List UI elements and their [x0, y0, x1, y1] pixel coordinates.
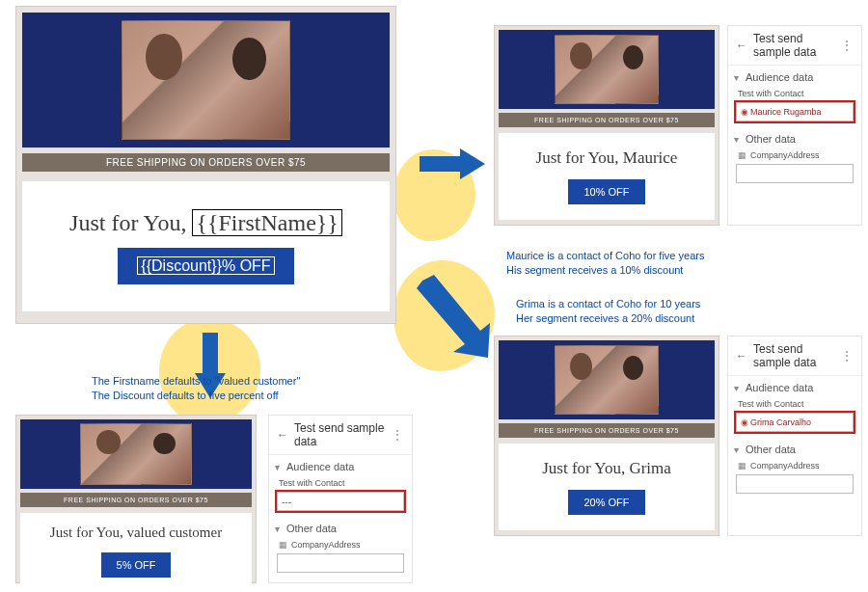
more-icon[interactable]: ⋮ [392, 428, 404, 442]
discount-token: {{Discount}}% OFF [137, 256, 274, 275]
back-icon[interactable]: ← [736, 39, 747, 52]
email-body: Just for You, valued customer 5% OFF [20, 513, 252, 589]
hero-photo [80, 423, 191, 484]
discount-cta[interactable]: 5% OFF [101, 552, 172, 578]
company-address-input[interactable] [736, 474, 854, 494]
person-icon: ◉ [741, 417, 748, 427]
hero-banner [499, 30, 715, 109]
audience-section[interactable]: ▾ Audience data [728, 66, 861, 85]
chevron-down-icon: ▾ [734, 383, 739, 393]
more-icon[interactable]: ⋮ [841, 39, 854, 52]
decor-blob [393, 149, 475, 241]
decor-blob [159, 318, 260, 424]
building-icon: ▦ [738, 461, 746, 471]
email-body: Just for You, Maurice 10% OFF [499, 133, 715, 220]
hero-banner [22, 13, 390, 148]
discount-cta[interactable]: 10% OFF [568, 179, 644, 204]
panel-title: Test send sample data [753, 32, 835, 59]
test-with-contact-input[interactable]: ◉ Maurice Rugamba [736, 102, 854, 121]
other-section[interactable]: ▾ Other data [269, 517, 412, 536]
discount-cta[interactable]: {{Discount}}% OFF [118, 248, 293, 284]
test-send-panel-maurice: ← Test send sample data ⋮ ▾ Audience dat… [727, 25, 862, 226]
headline: Just for You, valued customer [24, 525, 248, 541]
other-section[interactable]: ▾ Other data [728, 127, 861, 147]
preview-card-maurice: FREE SHIPPING ON ORDERS OVER $75 Just fo… [494, 25, 719, 226]
more-icon[interactable]: ⋮ [841, 349, 854, 363]
decor-blob [393, 260, 495, 371]
chevron-down-icon: ▾ [734, 72, 739, 83]
company-address-label: ▦ CompanyAddress [269, 536, 412, 552]
discount-cta[interactable]: 20% OFF [568, 490, 644, 515]
firstname-token[interactable]: {{FirstName}} [192, 209, 341, 236]
test-send-panel-default: ← Test send sample data ⋮ ▾ Audience dat… [268, 415, 413, 583]
panel-header: ← Test send sample data ⋮ [269, 416, 412, 455]
preview-card-grima: FREE SHIPPING ON ORDERS OVER $75 Just fo… [494, 336, 719, 536]
chevron-down-icon: ▾ [734, 134, 739, 145]
company-address-label: ▦ CompanyAddress [728, 457, 861, 472]
person-icon: ◉ [741, 107, 748, 117]
hero-banner [20, 419, 252, 489]
other-section[interactable]: ▾ Other data [728, 438, 861, 457]
email-body: Just for You, Grima 20% OFF [499, 444, 715, 530]
chevron-down-icon: ▾ [275, 524, 280, 534]
panel-header: ← Test send sample data ⋮ [728, 336, 861, 376]
building-icon: ▦ [279, 540, 287, 550]
headline: Just for You, {{FirstName}} [26, 210, 386, 236]
hero-photo [122, 20, 290, 139]
test-with-contact-input[interactable]: --- [277, 492, 404, 511]
contact-chip[interactable]: ◉ Maurice Rugamba [741, 107, 822, 117]
shipping-bar: FREE SHIPPING ON ORDERS OVER $75 [22, 153, 390, 172]
shipping-bar: FREE SHIPPING ON ORDERS OVER $75 [20, 493, 252, 507]
company-address-label: ▦ CompanyAddress [728, 147, 861, 162]
audience-section[interactable]: ▾ Audience data [728, 376, 861, 395]
caption-default: The Firstname defaults to "valued custom… [92, 374, 313, 403]
headline: Just for You, Grima [502, 459, 711, 478]
caption-maurice: Maurice is a contact of Coho for five ye… [506, 249, 728, 278]
email-body: Just for You, {{FirstName}} {{Discount}}… [22, 181, 390, 311]
test-with-contact-label: Test with Contact [269, 474, 412, 490]
test-with-contact-input[interactable]: ◉ Grima Carvalho [736, 413, 854, 432]
panel-header: ← Test send sample data ⋮ [728, 26, 861, 66]
back-icon[interactable]: ← [277, 428, 288, 442]
hero-photo [555, 345, 659, 415]
company-address-input[interactable] [736, 164, 854, 183]
preview-card-default: FREE SHIPPING ON ORDERS OVER $75 Just fo… [15, 415, 257, 583]
audience-section[interactable]: ▾ Audience data [269, 455, 412, 474]
panel-title: Test send sample data [294, 421, 386, 448]
headline: Just for You, Maurice [502, 148, 711, 168]
back-icon[interactable]: ← [736, 349, 747, 363]
test-send-panel-grima: ← Test send sample data ⋮ ▾ Audience dat… [727, 336, 862, 536]
shipping-bar: FREE SHIPPING ON ORDERS OVER $75 [499, 423, 715, 438]
contact-chip[interactable]: ◉ Grima Carvalho [741, 417, 811, 427]
test-with-contact-label: Test with Contact [728, 395, 861, 411]
chevron-down-icon: ▾ [734, 444, 739, 455]
hero-photo [555, 35, 659, 104]
headline-prefix: Just for You, [69, 210, 192, 235]
shipping-bar: FREE SHIPPING ON ORDERS OVER $75 [499, 113, 715, 127]
email-template-card: FREE SHIPPING ON ORDERS OVER $75 Just fo… [15, 6, 396, 324]
panel-title: Test send sample data [753, 342, 835, 369]
building-icon: ▦ [738, 150, 746, 160]
chevron-down-icon: ▾ [275, 462, 280, 472]
company-address-input[interactable] [277, 553, 404, 573]
hero-banner [499, 340, 715, 419]
test-with-contact-label: Test with Contact [728, 85, 861, 100]
caption-grima: Grima is a contact of Coho for 10 years … [516, 297, 738, 326]
